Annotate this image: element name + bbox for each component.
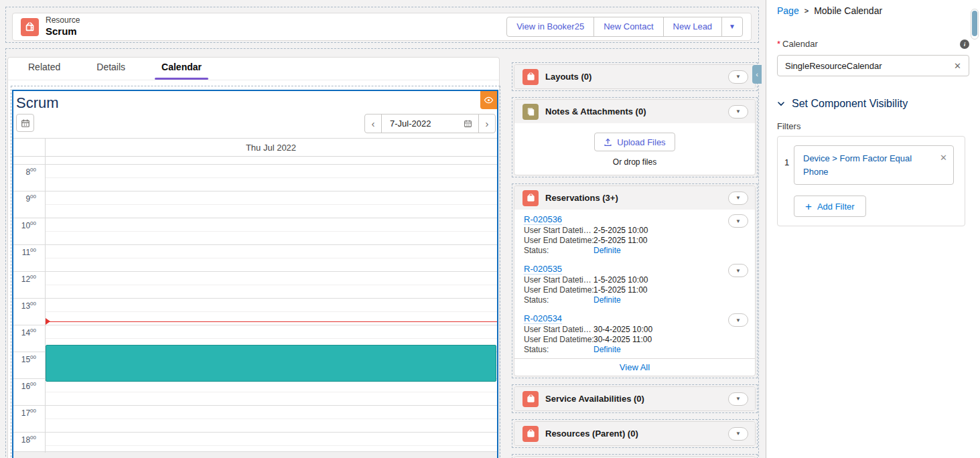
calendar-field-input[interactable]: SingleResourceCalendar ✕ — [777, 55, 969, 76]
set-component-visibility-section[interactable]: Set Component Visibility — [777, 98, 969, 110]
hour-label: 1100 — [13, 245, 45, 271]
tab-related[interactable]: Related — [20, 62, 68, 80]
field-value: 30-4-2025 10:00 — [593, 325, 652, 334]
reservation-link[interactable]: R-020534 — [524, 313, 562, 324]
breadcrumb-page-link[interactable]: Page — [777, 5, 799, 16]
hour-row: 800 — [13, 164, 497, 191]
view-in-booker25-button[interactable]: View in Booker25 — [506, 17, 594, 37]
new-contact-button[interactable]: New Contact — [593, 17, 663, 37]
notes-menu-button[interactable]: ▼ — [728, 105, 748, 119]
reservation-row-menu-button[interactable]: ▼ — [728, 264, 748, 277]
object-type-label: Resource — [46, 16, 80, 25]
date-input[interactable]: 7-Jul-2022 — [381, 114, 479, 133]
calendar-field-value: SingleResourceCalendar — [785, 61, 882, 71]
time-gutter-divider — [45, 138, 46, 453]
plus-icon: + — [805, 201, 812, 212]
resource-object-icon — [21, 18, 39, 36]
hour-slot[interactable] — [45, 272, 497, 298]
service-availabilities-menu-button[interactable]: ▼ — [728, 392, 748, 406]
previous-day-button[interactable]: ‹ — [364, 114, 382, 133]
date-navigation: ‹ 7-Jul-2022 › — [364, 114, 496, 133]
field-label: User End Datetime: — [524, 236, 593, 245]
field-label: User Start Dateti… — [524, 325, 593, 334]
hour-slot[interactable] — [45, 406, 497, 432]
reservation-row-menu-button[interactable]: ▼ — [728, 313, 748, 327]
hour-label: 1700 — [13, 406, 45, 432]
tab-calendar[interactable]: Calendar — [153, 62, 210, 80]
caret-down-icon: ▼ — [736, 195, 741, 201]
reservations-card-title: Reservations (3+) — [545, 193, 618, 203]
panel-scrollbar-thumb[interactable] — [972, 11, 977, 36]
resources-parent-object-icon — [522, 426, 539, 442]
layouts-card-region: Layouts (0) ▼ — [512, 62, 758, 91]
panel-scrollbar-track[interactable] — [971, 9, 979, 40]
filters-label: Filters — [777, 121, 969, 131]
hour-label: 1800 — [13, 433, 45, 451]
reservation-row-menu-button[interactable]: ▼ — [728, 214, 748, 228]
calendar-view-button[interactable] — [16, 114, 34, 132]
caret-down-icon: ▼ — [736, 431, 741, 437]
hour-row: 1300 — [13, 298, 497, 325]
chevron-down-icon — [777, 100, 785, 108]
hour-label: 1500 — [13, 352, 45, 378]
clear-field-icon[interactable]: ✕ — [954, 61, 961, 71]
visibility-filter-button[interactable]: Device > Form Factor Equal Phone ✕ — [794, 145, 954, 185]
predefined-timeframes-card-region: Predefined Timeframes (1) ▼ PTF-0028 ▼ — [512, 454, 758, 458]
hour-label: 1400 — [13, 325, 45, 352]
hour-row: 1800 — [13, 432, 497, 451]
field-label: User Start Dateti… — [524, 276, 593, 285]
hour-row: 1000 — [13, 218, 497, 244]
caret-down-icon: ▼ — [736, 268, 741, 274]
calendar-icon — [464, 119, 472, 128]
service-availabilities-card-title: Service Availabilities (0) — [545, 394, 644, 404]
remove-filter-icon[interactable]: ✕ — [940, 151, 947, 165]
chevron-left-icon: ‹ — [372, 118, 375, 129]
calendar-title: Scrum — [16, 94, 59, 112]
upload-files-label: Upload Files — [617, 137, 665, 147]
add-filter-button[interactable]: + Add Filter — [794, 196, 866, 217]
hour-slot[interactable] — [45, 379, 497, 405]
upload-files-button[interactable]: Upload Files — [594, 133, 675, 151]
hour-slot[interactable] — [45, 245, 497, 271]
resources-parent-menu-button[interactable]: ▼ — [728, 427, 748, 441]
hour-slot[interactable] — [45, 218, 497, 244]
calendar-scroll-strip[interactable] — [13, 451, 497, 458]
record-actions: View in Booker25 New Contact New Lead ▼ — [506, 17, 743, 37]
time-grid: 8009001000110012001300140015001600170018… — [13, 157, 497, 451]
status-value-link[interactable]: Definite — [593, 346, 621, 354]
reservation-link[interactable]: R-020535 — [524, 264, 562, 275]
service-availabilities-card-region: Service Availabilities (0) ▼ — [512, 384, 758, 413]
hour-label: 1300 — [13, 299, 45, 325]
breadcrumb: Page > Mobile Calendar — [777, 5, 969, 16]
grid-spacer — [13, 157, 497, 164]
related-cards-column: Layouts (0) ▼ Notes & Attachments (0) ▼ — [512, 62, 758, 458]
reservation-link[interactable]: R-020536 — [524, 214, 562, 225]
info-icon[interactable]: i — [960, 40, 969, 49]
reservations-card-header: Reservations (3+) ▼ — [514, 186, 755, 210]
hour-slot[interactable] — [45, 165, 497, 191]
view-all-link[interactable]: View All — [514, 358, 755, 376]
layouts-object-icon — [522, 69, 539, 85]
calendar-icon — [21, 119, 30, 128]
main-region: Related Details Calendar Scrum — [5, 48, 759, 458]
tab-details[interactable]: Details — [88, 62, 133, 80]
status-value-link[interactable]: Definite — [593, 246, 621, 255]
new-lead-button[interactable]: New Lead — [663, 17, 723, 37]
hour-slot[interactable] — [45, 192, 497, 218]
visibility-eye-badge[interactable] — [480, 91, 497, 109]
more-actions-button[interactable]: ▼ — [721, 17, 743, 37]
filters-group: 1 Device > Form Factor Equal Phone ✕ + A… — [777, 136, 965, 226]
drop-files-label: Or drop files — [514, 157, 755, 167]
resources-parent-card-region: Resources (Parent) (0) ▼ — [512, 419, 758, 448]
hour-slot[interactable] — [45, 433, 497, 451]
reservation-event-block[interactable] — [46, 345, 496, 382]
field-value: 1-5-2025 10:00 — [593, 276, 648, 285]
hour-label: 1600 — [13, 379, 45, 405]
next-day-button[interactable]: › — [478, 114, 496, 133]
reservations-menu-button[interactable]: ▼ — [728, 192, 748, 205]
status-value-link[interactable]: Definite — [593, 296, 621, 305]
collapse-panel-handle[interactable]: ‹ — [752, 65, 762, 84]
layouts-menu-button[interactable]: ▼ — [728, 70, 748, 84]
hour-row: 1600 — [13, 378, 497, 405]
eye-icon — [484, 95, 494, 105]
